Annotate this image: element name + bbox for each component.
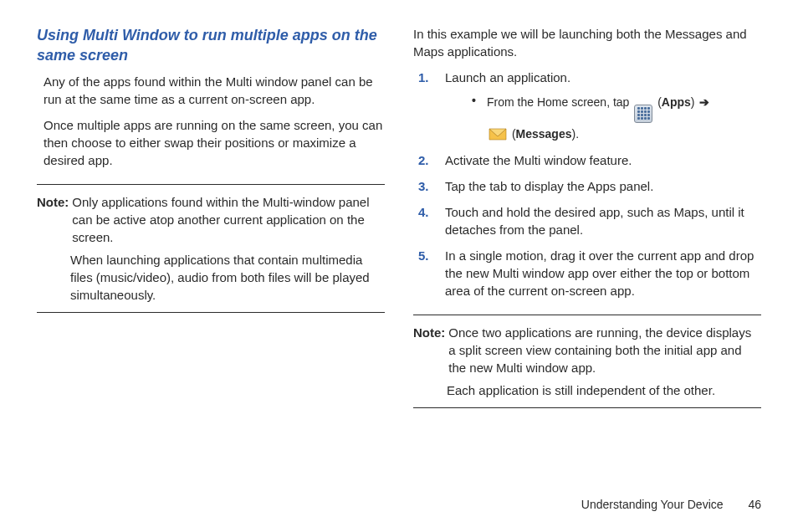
apps-label: Apps [662,95,691,109]
list-item: 1. Launch an application. • From the Hom… [413,69,761,143]
step-text: In a single motion, drag it over the cur… [445,247,761,299]
messages-label: Messages [516,127,572,141]
bullet-icon: • [472,93,487,123]
step-text: Activate the Multi window feature. [445,151,761,169]
note-text: Only applications found within the Multi… [69,193,385,246]
page-number: 46 [748,498,761,511]
note-row: Note: Only applications found within the… [37,193,385,246]
note-label: Note: [413,324,445,376]
step-number: 1. [413,69,445,143]
apps-grid-icon [634,105,652,123]
left-column: Using Multi Window to run multiple apps … [37,25,385,408]
step-text: Launch an application. [445,70,570,84]
step-text: Tap the tab to display the Apps panel. [445,177,761,195]
note-row: Note: Once two applications are running,… [413,324,761,376]
sub-step-text: From the Home screen, tap [487,95,629,109]
note-continuation: Each application is still independent of… [413,381,761,399]
list-item: 3. Tap the tab to display the Apps panel… [413,177,761,195]
step-text: Touch and hold the desired app, such as … [445,203,761,238]
step-number: 2. [413,151,445,169]
arrow-icon: ➔ [699,95,709,109]
note-text: Once two applications are running, the d… [445,324,761,376]
sub-step-body: From the Home screen, tap (Apps) ➔ [487,93,761,123]
step-body: Launch an application. • From the Home s… [445,69,761,143]
list-item: 2. Activate the Multi window feature. [413,151,761,169]
body-paragraph: In this example we will be launching bot… [413,25,761,60]
list-item: 4. Touch and hold the desired app, such … [413,203,761,238]
note-box: Note: Once two applications are running,… [413,315,761,408]
note-label: Note: [37,193,69,246]
right-column: In this example we will be launching bot… [413,25,761,408]
footer-section-title: Understanding Your Device [581,498,724,511]
list-item: 5. In a single motion, drag it over the … [413,247,761,299]
note-box: Note: Only applications found within the… [37,184,385,313]
body-paragraph: Any of the apps found within the Multi w… [37,73,385,108]
step-number: 4. [413,203,445,238]
page-footer: Understanding Your Device 46 [581,497,761,514]
note-continuation: When launching applications that contain… [37,251,385,304]
step-number: 3. [413,177,445,195]
two-column-layout: Using Multi Window to run multiple apps … [37,25,761,408]
document-page: Using Multi Window to run multiple apps … [0,0,798,532]
sub-step: • From the Home screen, tap (Apps) ➔ [472,93,761,123]
sub-step-continuation: (Messages). [487,125,761,143]
messages-envelope-icon [489,126,507,141]
ordered-steps: 1. Launch an application. • From the Hom… [413,69,761,299]
body-paragraph: Once multiple apps are running on the sa… [37,116,385,169]
step-number: 5. [413,247,445,299]
section-heading: Using Multi Window to run multiple apps … [37,25,385,66]
